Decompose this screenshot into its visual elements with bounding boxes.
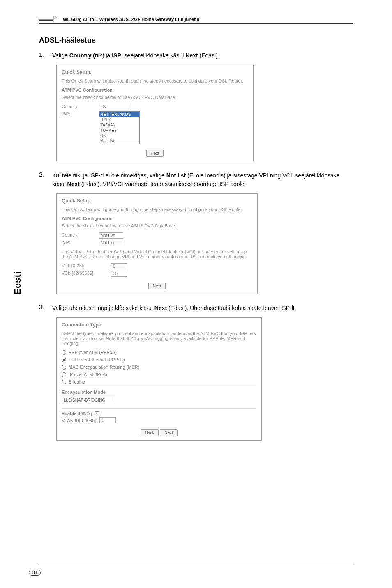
label: PPP over ATM (PPPoA) <box>69 350 117 355</box>
t: (Edasi). VPI/VCI-väärtuste teadasaamisek… <box>80 181 246 187</box>
ss1-country-select[interactable]: UK <box>99 104 131 110</box>
page-header: WL-600g All-in-1 Wireless ADSL2/2+ Home … <box>39 16 353 24</box>
ss1-country-label: Country: <box>62 104 86 109</box>
ss2-isp-select[interactable]: Not List <box>99 240 123 246</box>
ss3-radio-ipoa[interactable]: IP over ATM (IPoA) <box>62 372 256 377</box>
ss2-isp-label: ISP: <box>62 240 86 245</box>
ss1-note: Select the check box below to use ASUS P… <box>62 95 248 100</box>
screenshot-quick-setup-2: Quick Setup This Quick Setup will guide … <box>56 193 258 294</box>
ss2-vpi-desc: The Virtual Path Identifier (VPI) and Vi… <box>62 249 252 259</box>
radio-icon <box>62 372 66 377</box>
step-3-text: Valige ühenduse tüüp ja klõpsake käsul N… <box>52 304 353 312</box>
step-3: 3. Valige ühenduse tüüp ja klõpsake käsu… <box>39 304 353 312</box>
ss3-enable-label: Enable 802.1q <box>62 411 92 416</box>
ss3-enable-checkbox[interactable]: ✓ <box>95 411 99 416</box>
header-product-text: WL-600g All-in-1 Wireless ADSL2/2+ Home … <box>63 17 200 22</box>
t: Next <box>185 52 198 59</box>
ss2-vci-input[interactable]: 35 <box>111 271 127 277</box>
ss3-vlan-label: VLAN ID[0-4095]: <box>62 418 97 423</box>
svg-rect-0 <box>39 19 53 20</box>
t: Next <box>67 181 80 187</box>
ss3-back-button[interactable]: Back <box>141 429 159 436</box>
t: Country ( <box>69 52 95 59</box>
screenshot-connection-type: Connection Type Select the type of netwo… <box>56 317 262 441</box>
footer-divider <box>39 565 353 565</box>
ss1-opt-netherlands[interactable]: NETHERLANDS <box>99 112 139 117</box>
ss1-opt-italy[interactable]: ITALY <box>99 117 139 122</box>
ss1-next-button[interactable]: Next <box>146 150 164 157</box>
ss1-opt-notlist[interactable]: Not List <box>99 138 139 144</box>
step-2-text: Kui teie riiki ja ISP-d ei ole nimekirja… <box>52 171 353 188</box>
ss1-subtitle: ATM PVC Configuration <box>62 87 248 92</box>
t: (Edasi). Ühenduse tüübi kohta saate teav… <box>167 305 296 311</box>
ss3-radio-mer[interactable]: MAC Encapsulation Routing (MER) <box>62 365 256 370</box>
ss2-vpi-label: VPI: [0-255] <box>62 263 99 268</box>
t: (Edasi). <box>198 52 219 59</box>
step-3-number: 3. <box>39 304 46 312</box>
ss3-vlan-input[interactable]: 1 <box>99 417 116 423</box>
ss2-note: Select the check box below to use ASUS P… <box>62 223 252 228</box>
ss3-radio-bridging[interactable]: Bridging <box>62 379 256 384</box>
step-2: 2. Kui teie riiki ja ISP-d ei ole nimeki… <box>39 171 353 188</box>
ss2-title: Quick Setup <box>62 198 252 204</box>
step-1: 1. Valige Country (riik) ja ISP, seejäre… <box>39 51 353 60</box>
label: Bridging <box>69 379 85 384</box>
ss3-radio-pppoe[interactable]: PPP over Ethernet (PPPoE) <box>62 357 256 362</box>
section-title: ADSL-häälestus <box>39 36 353 45</box>
ss2-country-label: Country: <box>62 232 86 237</box>
screenshot-quick-setup-1: Cuick Setup. This Quick Setup will guide… <box>56 65 254 161</box>
ss2-desc: This Quick Setup will guide you through … <box>62 207 252 212</box>
ss1-isp-label: ISP: <box>62 111 86 116</box>
t: Valige <box>52 52 69 59</box>
radio-icon <box>62 358 66 362</box>
radio-icon <box>62 350 66 355</box>
brand-icon <box>39 16 60 22</box>
label: MAC Encapsulation Routing (MER) <box>69 365 139 370</box>
t: Valige ühenduse tüüp ja klõpsake käsul <box>52 305 154 311</box>
ss1-title: Cuick Setup. <box>62 69 248 75</box>
step-2-number: 2. <box>39 171 46 188</box>
ss2-vpi-input[interactable]: 0 <box>111 263 127 269</box>
t: Next <box>154 305 167 311</box>
ss1-opt-taiwan[interactable]: TAIWAN <box>99 122 139 128</box>
svg-point-2 <box>55 17 57 18</box>
t: riik) ja <box>95 52 112 59</box>
ss3-radio-pppoa[interactable]: PPP over ATM (PPPoA) <box>62 350 256 355</box>
radio-icon <box>62 380 66 384</box>
t: Not list <box>166 172 186 179</box>
t: Kui teie riiki ja ISP-d ei ole nimekirja… <box>52 172 166 179</box>
ss1-isp-listbox[interactable]: NETHERLANDS ITALY TAIWAN TURKEY UK Not L… <box>99 111 140 144</box>
ss2-next-button[interactable]: Next <box>148 283 166 289</box>
step-1-number: 1. <box>39 51 46 60</box>
ss3-enc-title: Encapsulation Mode <box>62 390 256 395</box>
side-language-tab: Eesti <box>12 271 23 295</box>
ss3-next-button[interactable]: Next <box>160 429 178 436</box>
t: ISP <box>112 52 121 59</box>
ss2-subtitle: ATM PVC Configuration <box>62 216 252 221</box>
step-1-text: Valige Country (riik) ja ISP, seejärel k… <box>52 51 353 60</box>
label: PPP over Ethernet (PPPoE) <box>69 357 125 362</box>
ss3-enc-select[interactable]: LLC/SNAP-BRIDGING <box>62 397 115 403</box>
ss1-desc: This Quick Setup will guide you through … <box>62 78 248 83</box>
ss3-desc: Select the type of network protocol and … <box>62 331 256 346</box>
ss3-title: Connection Type <box>62 322 256 328</box>
t: , seejärel klõpsake käsul <box>121 52 185 59</box>
page-number: 88 <box>29 570 41 576</box>
ss1-opt-uk[interactable]: UK <box>99 133 139 138</box>
ss2-vci-label: VCI: [32-65535] <box>62 271 99 276</box>
ss2-country-select[interactable]: Not List <box>99 232 123 239</box>
svg-rect-1 <box>39 20 53 21</box>
footer: 88 <box>29 568 41 576</box>
ss1-opt-turkey[interactable]: TURKEY <box>99 128 139 133</box>
label: IP over ATM (IPoA) <box>69 372 107 377</box>
radio-icon <box>62 365 66 370</box>
